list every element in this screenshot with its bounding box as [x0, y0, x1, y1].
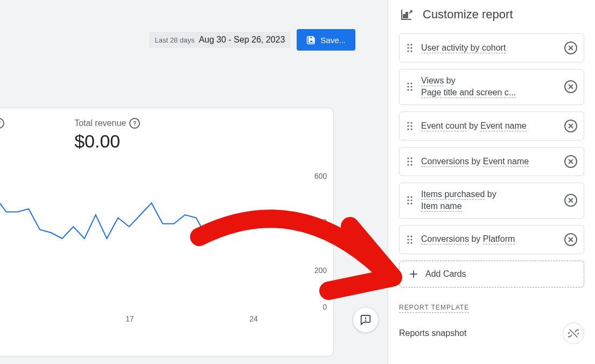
- help-icon[interactable]: ?: [129, 118, 140, 129]
- drag-handle-icon[interactable]: [406, 121, 414, 131]
- save-icon: [306, 35, 316, 45]
- remove-card-button[interactable]: [564, 120, 577, 132]
- svg-rect-3: [310, 37, 312, 39]
- remove-card-button[interactable]: [564, 194, 577, 207]
- date-range-picker[interactable]: Last 28 days Aug 30 - Sep 26, 2023: [149, 32, 290, 48]
- svg-point-29: [410, 128, 412, 130]
- add-cards-label: Add Cards: [425, 269, 466, 279]
- drag-handle-icon[interactable]: [406, 234, 414, 245]
- drag-handle-icon[interactable]: [406, 156, 414, 167]
- chart-card: t time ? Total revenue ? $0.00 600 400 2…: [0, 108, 334, 356]
- card-title: Views byPage title and screen c...: [421, 75, 557, 99]
- y-axis-tick: 0: [323, 303, 327, 311]
- metric-value: $0.00: [74, 129, 140, 152]
- close-icon: [568, 159, 573, 164]
- svg-point-19: [410, 86, 412, 88]
- save-button[interactable]: Save...: [297, 29, 355, 51]
- svg-point-17: [410, 83, 412, 85]
- save-button-label: Save...: [320, 36, 346, 45]
- remove-card-button[interactable]: [564, 41, 577, 54]
- date-preset-label: Last 28 days: [155, 36, 194, 44]
- svg-point-52: [407, 242, 409, 243]
- report-card[interactable]: Event count by Event name: [399, 111, 584, 141]
- svg-point-48: [407, 235, 409, 237]
- cards-list: User activity by cohortViews byPage titl…: [399, 33, 584, 254]
- drag-handle-icon[interactable]: [406, 43, 414, 53]
- close-icon: [568, 84, 573, 89]
- date-range-value: Aug 30 - Sep 26, 2023: [199, 35, 285, 45]
- report-card[interactable]: Items purchased byItem name: [399, 183, 584, 219]
- y-axis-tick: 200: [314, 266, 327, 275]
- svg-point-13: [410, 50, 412, 52]
- metric-total-revenue[interactable]: Total revenue ? $0.00: [74, 118, 140, 152]
- metric-engagement-time[interactable]: t time ?: [0, 118, 4, 152]
- close-icon: [568, 237, 573, 242]
- card-title: Event count by Event name: [421, 120, 557, 132]
- metric-label: Total revenue: [74, 118, 126, 128]
- card-title: Items purchased byItem name: [421, 188, 557, 213]
- svg-point-16: [407, 83, 409, 85]
- svg-point-51: [410, 239, 412, 240]
- drag-handle-icon[interactable]: [406, 81, 414, 92]
- svg-point-25: [410, 122, 412, 123]
- y-axis-tick: 400: [314, 218, 327, 226]
- unlink-icon: [568, 328, 579, 339]
- svg-point-5: [366, 320, 366, 321]
- customize-panel: Customize report User activity by cohort…: [388, 0, 595, 364]
- report-card[interactable]: Conversions by Event name: [399, 147, 584, 176]
- svg-point-33: [410, 157, 412, 159]
- remove-card-button[interactable]: [564, 155, 577, 168]
- close-icon: [568, 198, 573, 203]
- card-title: Conversions by Event name: [421, 156, 557, 167]
- close-icon: [568, 45, 573, 51]
- close-icon: [568, 123, 573, 129]
- chart-plot: 600 400 200 0 17 24: [0, 173, 327, 362]
- card-title: Conversions by Platform: [421, 233, 557, 245]
- svg-point-44: [407, 203, 409, 205]
- svg-point-26: [407, 125, 409, 127]
- svg-point-8: [407, 44, 409, 45]
- unlink-template-button[interactable]: [563, 323, 584, 344]
- template-name: Reports snapshot: [399, 328, 466, 338]
- svg-point-18: [407, 86, 409, 88]
- svg-point-42: [407, 200, 409, 201]
- panel-title: Customize report: [423, 8, 513, 22]
- svg-point-49: [410, 235, 412, 237]
- svg-point-53: [410, 242, 412, 243]
- report-card[interactable]: Views byPage title and screen c...: [399, 69, 584, 105]
- svg-point-24: [407, 122, 409, 123]
- svg-rect-7: [406, 12, 408, 18]
- feedback-button[interactable]: [353, 307, 379, 333]
- svg-point-40: [407, 197, 409, 198]
- svg-point-12: [407, 50, 409, 52]
- svg-rect-6: [403, 15, 405, 18]
- add-cards-button[interactable]: Add Cards: [399, 261, 584, 288]
- card-title: User activity by cohort: [421, 42, 557, 54]
- svg-point-43: [410, 200, 412, 201]
- remove-card-button[interactable]: [564, 80, 577, 93]
- drag-handle-icon[interactable]: [406, 195, 414, 206]
- svg-point-10: [407, 47, 409, 48]
- svg-point-32: [407, 157, 409, 159]
- report-card[interactable]: Conversions by Platform: [399, 225, 584, 254]
- svg-point-28: [407, 128, 409, 130]
- feedback-icon: [360, 314, 372, 326]
- svg-rect-2: [310, 40, 313, 43]
- svg-point-34: [407, 160, 409, 162]
- remove-card-button[interactable]: [564, 233, 577, 246]
- svg-point-11: [410, 47, 412, 48]
- svg-point-36: [407, 164, 409, 165]
- svg-point-27: [410, 125, 412, 127]
- svg-point-50: [407, 239, 409, 240]
- svg-point-9: [410, 44, 412, 45]
- customize-report-icon: [400, 8, 413, 21]
- svg-point-20: [407, 89, 409, 91]
- svg-point-21: [410, 89, 412, 91]
- line-series: [0, 173, 297, 351]
- help-icon[interactable]: ?: [0, 118, 4, 129]
- svg-point-45: [410, 203, 412, 205]
- svg-point-37: [410, 164, 412, 165]
- plus-icon: [408, 269, 419, 279]
- toolbar: Last 28 days Aug 30 - Sep 26, 2023 Save.…: [0, 0, 388, 51]
- report-card[interactable]: User activity by cohort: [399, 33, 584, 62]
